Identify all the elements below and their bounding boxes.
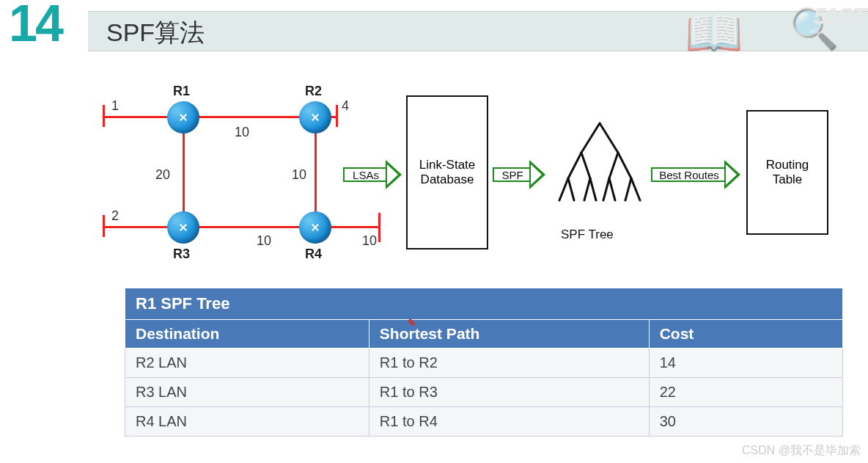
th-shortest-path-text: Shortest Path (380, 325, 480, 342)
cost-r2-r4: 10 (292, 167, 306, 183)
cell: R3 LAN (125, 378, 369, 407)
label-r1: R1 (173, 84, 190, 99)
router-r4-icon (299, 211, 331, 244)
title-banner: 📖 🔍 (88, 11, 868, 51)
watermark-top: 51CT (814, 3, 865, 30)
stub-r1 (103, 105, 105, 127)
cell: R1 to R4 (369, 407, 649, 437)
link-r1-r2 (103, 116, 315, 118)
lsdb-line2: Database (421, 172, 474, 187)
cell: R2 LAN (125, 349, 369, 378)
spf-table: R1 SPF Tree Destination Shortest Path ✎ … (125, 288, 843, 437)
slide-number: 14 (9, 0, 62, 53)
cost-r1-r2: 10 (235, 125, 249, 140)
rtable-line1: Routing (766, 158, 809, 172)
cell: 14 (649, 349, 842, 378)
cost-r3-r4: 10 (257, 233, 271, 249)
lsdb-line1: Link-State (419, 158, 476, 172)
stub-r2v (336, 105, 338, 127)
arrow-best-routes: Best Routes (651, 160, 740, 189)
table-row: R4 LAN R1 to R4 30 (125, 407, 843, 437)
box-lsdb: Link-State Database (406, 95, 488, 249)
table-title: R1 SPF Tree (125, 288, 843, 320)
cost-r2-lan: 4 (342, 98, 349, 114)
table-row: R3 LAN R1 to R3 22 (125, 378, 843, 407)
cell: R1 to R3 (369, 378, 649, 407)
arrow-best-routes-label: Best Routes (651, 167, 727, 182)
router-r1-icon (167, 101, 199, 134)
stub-r3 (103, 215, 105, 237)
watermark-bottom: CSDN @我不是毕加索 (742, 443, 861, 459)
th-destination: Destination (125, 320, 369, 349)
cell: 30 (649, 407, 842, 437)
page-title: SPF算法 (106, 16, 205, 50)
cell: 22 (649, 378, 842, 407)
rtable-line2: Table (773, 172, 803, 187)
router-r2-icon (299, 101, 331, 134)
arrow-lsas: LSAs (343, 160, 402, 189)
th-cost: Cost (649, 320, 842, 349)
cost-r4-lan: 10 (362, 233, 377, 249)
cost-r1-lan: 1 (111, 98, 119, 114)
cost-r3-lan: 2 (111, 208, 119, 224)
cost-r1-r3: 20 (155, 167, 170, 183)
router-r3-icon (167, 211, 199, 244)
cursor-marker-icon: ✎ (408, 317, 416, 329)
th-shortest-path: Shortest Path ✎ (369, 320, 649, 349)
label-r2: R2 (305, 84, 322, 99)
arrow-spf: SPF (493, 160, 545, 189)
label-r3: R3 (173, 247, 190, 262)
label-r4: R4 (305, 247, 322, 262)
arrow-lsas-label: LSAs (343, 167, 389, 182)
spf-tree-icon (548, 116, 651, 233)
box-routing-table: Routing Table (746, 110, 828, 235)
table-row: R2 LAN R1 to R2 14 (125, 349, 843, 378)
link-r3-r4 (103, 226, 323, 228)
book-doodle-icon: 📖 (685, 6, 743, 61)
cell: R4 LAN (125, 407, 369, 437)
spf-diagram: R1 R2 R3 R4 1 4 2 10 20 10 10 10 LSAs Li… (103, 81, 824, 271)
cell: R1 to R2 (369, 349, 649, 378)
spf-tree-label: SPF Tree (561, 227, 614, 242)
arrow-spf-label: SPF (493, 167, 532, 182)
